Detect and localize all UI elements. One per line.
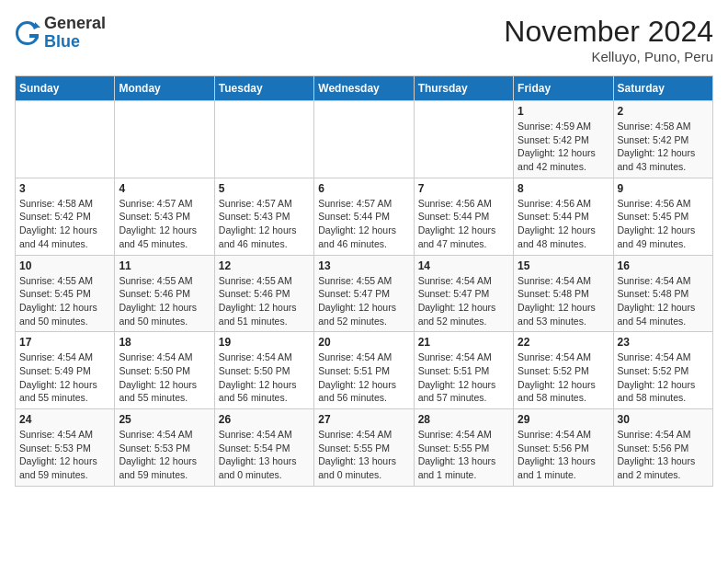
calendar-cell: 22Sunrise: 4:54 AMSunset: 5:52 PMDayligh… [514,332,613,409]
day-info: Sunrise: 4:54 AMSunset: 5:50 PMDaylight:… [219,350,310,405]
day-number: 2 [618,105,709,118]
calendar-cell: 8Sunrise: 4:56 AMSunset: 5:44 PMDaylight… [514,178,613,255]
day-info: Sunrise: 4:54 AMSunset: 5:55 PMDaylight:… [418,428,509,482]
logo-blue: Blue [44,33,106,52]
calendar-week-5: 24Sunrise: 4:54 AMSunset: 5:53 PMDayligh… [16,409,713,487]
day-number: 1 [518,105,609,118]
day-number: 7 [418,182,509,195]
day-info: Sunrise: 4:58 AMSunset: 5:42 PMDaylight:… [618,120,709,174]
day-number: 10 [19,259,110,272]
logo-icon [15,20,40,46]
day-info: Sunrise: 4:57 AMSunset: 5:44 PMDaylight:… [318,197,409,251]
day-info: Sunrise: 4:54 AMSunset: 5:48 PMDaylight:… [518,274,609,328]
calendar-cell: 9Sunrise: 4:56 AMSunset: 5:45 PMDaylight… [613,178,712,255]
calendar-cell [16,101,115,178]
calendar-cell: 29Sunrise: 4:54 AMSunset: 5:56 PMDayligh… [514,409,613,487]
day-number: 4 [119,182,210,195]
calendar-cell: 10Sunrise: 4:55 AMSunset: 5:45 PMDayligh… [16,255,115,332]
day-number: 14 [418,259,509,272]
day-number: 17 [19,336,110,349]
day-number: 29 [518,413,609,426]
day-info: Sunrise: 4:54 AMSunset: 5:53 PMDaylight:… [119,428,210,482]
day-number: 6 [318,182,409,195]
day-number: 22 [518,336,609,349]
location: Kelluyo, Puno, Peru [504,49,713,64]
calendar-week-2: 3Sunrise: 4:58 AMSunset: 5:42 PMDaylight… [16,178,713,255]
calendar-cell: 5Sunrise: 4:57 AMSunset: 5:43 PMDaylight… [214,178,313,255]
calendar-cell [314,101,414,178]
day-number: 5 [219,182,310,195]
calendar-cell: 19Sunrise: 4:54 AMSunset: 5:50 PMDayligh… [214,332,313,409]
day-number: 21 [418,336,509,349]
day-info: Sunrise: 4:56 AMSunset: 5:44 PMDaylight:… [518,197,609,251]
day-info: Sunrise: 4:57 AMSunset: 5:43 PMDaylight:… [119,197,210,251]
day-info: Sunrise: 4:56 AMSunset: 5:44 PMDaylight:… [418,197,509,251]
day-header-friday: Friday [514,76,613,101]
day-info: Sunrise: 4:59 AMSunset: 5:42 PMDaylight:… [518,120,609,174]
day-header-thursday: Thursday [414,76,513,101]
day-header-saturday: Saturday [613,76,712,101]
day-header-tuesday: Tuesday [214,76,313,101]
day-number: 3 [19,182,110,195]
day-info: Sunrise: 4:54 AMSunset: 5:56 PMDaylight:… [618,428,709,482]
day-info: Sunrise: 4:56 AMSunset: 5:45 PMDaylight:… [618,197,709,251]
calendar-cell: 1Sunrise: 4:59 AMSunset: 5:42 PMDaylight… [514,101,613,178]
calendar-cell: 6Sunrise: 4:57 AMSunset: 5:44 PMDaylight… [314,178,414,255]
page-header: General Blue November 2024 Kelluyo, Puno… [15,15,713,64]
day-info: Sunrise: 4:58 AMSunset: 5:42 PMDaylight:… [19,197,110,251]
calendar-cell: 25Sunrise: 4:54 AMSunset: 5:53 PMDayligh… [115,409,214,487]
day-info: Sunrise: 4:55 AMSunset: 5:47 PMDaylight:… [318,274,409,328]
calendar-cell: 11Sunrise: 4:55 AMSunset: 5:46 PMDayligh… [115,255,214,332]
day-info: Sunrise: 4:54 AMSunset: 5:56 PMDaylight:… [518,428,609,482]
day-header-wednesday: Wednesday [314,76,414,101]
day-info: Sunrise: 4:54 AMSunset: 5:48 PMDaylight:… [618,274,709,328]
day-number: 30 [618,413,709,426]
day-number: 26 [219,413,310,426]
day-info: Sunrise: 4:55 AMSunset: 5:46 PMDaylight:… [119,274,210,328]
day-number: 20 [318,336,409,349]
day-header-monday: Monday [115,76,214,101]
calendar-cell: 23Sunrise: 4:54 AMSunset: 5:52 PMDayligh… [613,332,712,409]
calendar-week-1: 1Sunrise: 4:59 AMSunset: 5:42 PMDaylight… [16,101,713,178]
calendar-cell: 2Sunrise: 4:58 AMSunset: 5:42 PMDaylight… [613,101,712,178]
calendar-cell: 15Sunrise: 4:54 AMSunset: 5:48 PMDayligh… [514,255,613,332]
day-number: 8 [518,182,609,195]
calendar-cell: 27Sunrise: 4:54 AMSunset: 5:55 PMDayligh… [314,409,414,487]
day-info: Sunrise: 4:55 AMSunset: 5:46 PMDaylight:… [219,274,310,328]
day-number: 27 [318,413,409,426]
calendar-cell: 12Sunrise: 4:55 AMSunset: 5:46 PMDayligh… [214,255,313,332]
calendar-cell: 30Sunrise: 4:54 AMSunset: 5:56 PMDayligh… [613,409,712,487]
day-info: Sunrise: 4:54 AMSunset: 5:51 PMDaylight:… [318,350,409,405]
day-number: 16 [618,259,709,272]
calendar-cell [214,101,313,178]
day-number: 13 [318,259,409,272]
day-number: 23 [618,336,709,349]
calendar-cell: 14Sunrise: 4:54 AMSunset: 5:47 PMDayligh… [414,255,513,332]
calendar-table: SundayMondayTuesdayWednesdayThursdayFrid… [15,75,713,487]
calendar-cell: 21Sunrise: 4:54 AMSunset: 5:51 PMDayligh… [414,332,513,409]
title-area: November 2024 Kelluyo, Puno, Peru [504,15,713,64]
day-info: Sunrise: 4:55 AMSunset: 5:45 PMDaylight:… [19,274,110,328]
day-info: Sunrise: 4:54 AMSunset: 5:52 PMDaylight:… [618,350,709,405]
calendar-cell: 7Sunrise: 4:56 AMSunset: 5:44 PMDaylight… [414,178,513,255]
calendar-cell: 24Sunrise: 4:54 AMSunset: 5:53 PMDayligh… [16,409,115,487]
day-number: 19 [219,336,310,349]
day-info: Sunrise: 4:57 AMSunset: 5:43 PMDaylight:… [219,197,310,251]
day-info: Sunrise: 4:54 AMSunset: 5:49 PMDaylight:… [19,350,110,405]
day-number: 25 [119,413,210,426]
calendar-cell [115,101,214,178]
day-number: 28 [418,413,509,426]
logo-general: General [44,15,106,33]
day-header-sunday: Sunday [16,76,115,101]
day-number: 9 [618,182,709,195]
calendar-cell: 17Sunrise: 4:54 AMSunset: 5:49 PMDayligh… [16,332,115,409]
calendar-cell: 13Sunrise: 4:55 AMSunset: 5:47 PMDayligh… [314,255,414,332]
day-number: 15 [518,259,609,272]
calendar-cell: 26Sunrise: 4:54 AMSunset: 5:54 PMDayligh… [214,409,313,487]
day-number: 12 [219,259,310,272]
calendar-cell [414,101,513,178]
calendar-cell: 20Sunrise: 4:54 AMSunset: 5:51 PMDayligh… [314,332,414,409]
day-number: 24 [19,413,110,426]
calendar-week-4: 17Sunrise: 4:54 AMSunset: 5:49 PMDayligh… [16,332,713,409]
day-info: Sunrise: 4:54 AMSunset: 5:53 PMDaylight:… [19,428,110,482]
